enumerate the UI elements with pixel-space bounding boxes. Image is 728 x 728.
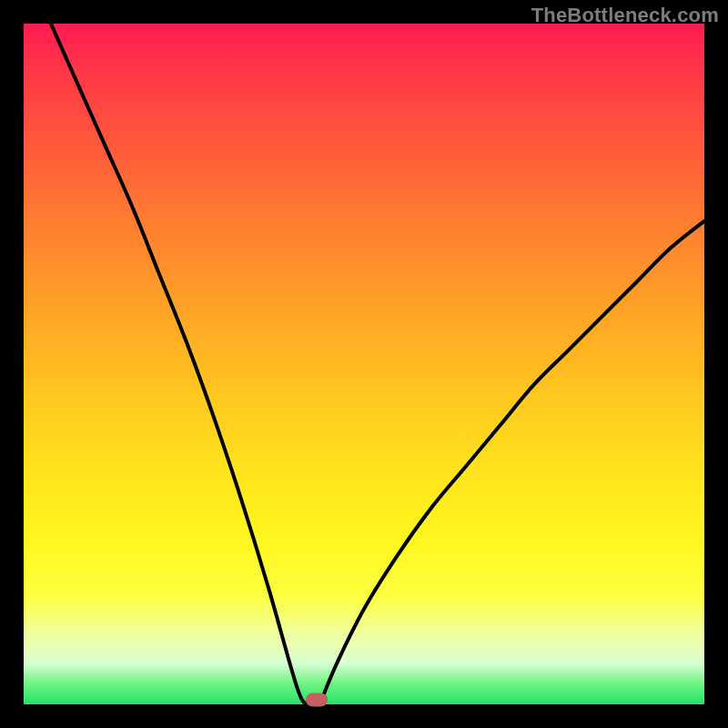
watermark-text: TheBottleneck.com — [531, 4, 719, 27]
chart-plot-area — [24, 24, 704, 704]
curve-path — [51, 24, 704, 704]
bottleneck-curve — [24, 24, 704, 704]
chart-frame: TheBottleneck.com — [0, 0, 728, 728]
optimum-marker — [306, 693, 328, 706]
